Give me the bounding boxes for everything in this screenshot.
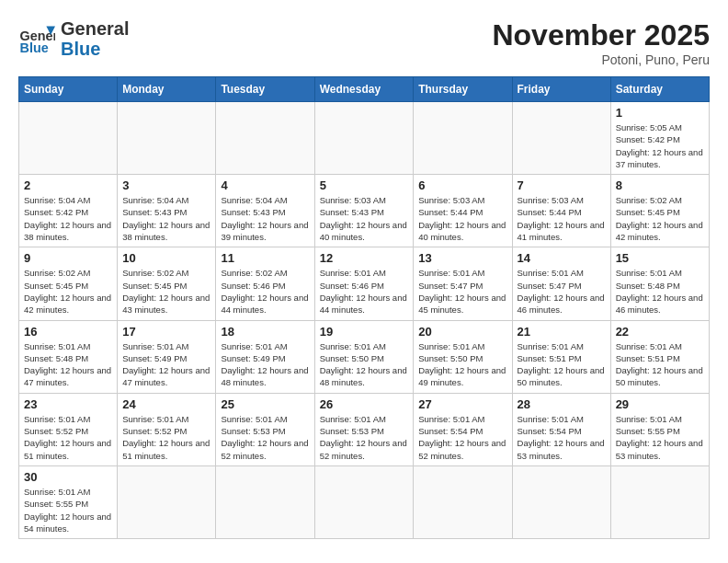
day-number: 17 bbox=[122, 325, 210, 339]
calendar-cell: 29Sunrise: 5:01 AM Sunset: 5:55 PM Dayli… bbox=[610, 393, 709, 465]
calendar-cell: 3Sunrise: 5:04 AM Sunset: 5:43 PM Daylig… bbox=[118, 175, 216, 247]
calendar-cell: 13Sunrise: 5:01 AM Sunset: 5:47 PM Dayli… bbox=[414, 247, 512, 320]
calendar-cell: 25Sunrise: 5:01 AM Sunset: 5:53 PM Dayli… bbox=[216, 393, 314, 465]
day-info: Sunrise: 5:01 AM Sunset: 5:48 PM Dayligh… bbox=[616, 267, 704, 316]
calendar-cell bbox=[414, 465, 512, 538]
calendar-cell bbox=[216, 465, 314, 538]
day-info: Sunrise: 5:03 AM Sunset: 5:43 PM Dayligh… bbox=[320, 194, 409, 243]
calendar-week-row: 16Sunrise: 5:01 AM Sunset: 5:48 PM Dayli… bbox=[19, 320, 710, 393]
calendar-cell: 5Sunrise: 5:03 AM Sunset: 5:43 PM Daylig… bbox=[314, 175, 414, 247]
logo-icon: General Blue bbox=[18, 20, 55, 57]
calendar-cell bbox=[512, 102, 610, 175]
calendar-cell: 10Sunrise: 5:02 AM Sunset: 5:45 PM Dayli… bbox=[118, 247, 216, 320]
day-info: Sunrise: 5:01 AM Sunset: 5:54 PM Dayligh… bbox=[518, 413, 606, 462]
day-info: Sunrise: 5:04 AM Sunset: 5:42 PM Dayligh… bbox=[24, 194, 112, 243]
day-info: Sunrise: 5:01 AM Sunset: 5:52 PM Dayligh… bbox=[122, 413, 210, 462]
calendar-week-row: 2Sunrise: 5:04 AM Sunset: 5:42 PM Daylig… bbox=[19, 175, 710, 247]
day-info: Sunrise: 5:01 AM Sunset: 5:51 PM Dayligh… bbox=[518, 340, 606, 389]
column-header-sunday: Sunday bbox=[19, 77, 118, 102]
day-info: Sunrise: 5:01 AM Sunset: 5:53 PM Dayligh… bbox=[320, 413, 409, 462]
day-number: 25 bbox=[221, 397, 309, 411]
calendar-cell: 12Sunrise: 5:01 AM Sunset: 5:46 PM Dayli… bbox=[314, 247, 414, 320]
day-info: Sunrise: 5:01 AM Sunset: 5:54 PM Dayligh… bbox=[418, 413, 506, 462]
calendar-cell bbox=[512, 465, 610, 538]
logo-general-text: General bbox=[61, 18, 129, 39]
calendar-week-row: 23Sunrise: 5:01 AM Sunset: 5:52 PM Dayli… bbox=[19, 393, 710, 465]
day-number: 30 bbox=[24, 470, 112, 484]
calendar-cell: 28Sunrise: 5:01 AM Sunset: 5:54 PM Dayli… bbox=[512, 393, 610, 465]
calendar-cell: 15Sunrise: 5:01 AM Sunset: 5:48 PM Dayli… bbox=[610, 247, 709, 320]
day-number: 24 bbox=[122, 397, 210, 411]
calendar-cell: 2Sunrise: 5:04 AM Sunset: 5:42 PM Daylig… bbox=[19, 175, 118, 247]
calendar-cell: 23Sunrise: 5:01 AM Sunset: 5:52 PM Dayli… bbox=[19, 393, 118, 465]
calendar-cell bbox=[610, 465, 709, 538]
day-info: Sunrise: 5:01 AM Sunset: 5:55 PM Dayligh… bbox=[24, 486, 112, 534]
column-header-thursday: Thursday bbox=[414, 77, 512, 102]
calendar-cell: 14Sunrise: 5:01 AM Sunset: 5:47 PM Dayli… bbox=[512, 247, 610, 320]
calendar-cell: 26Sunrise: 5:01 AM Sunset: 5:53 PM Dayli… bbox=[314, 393, 414, 465]
day-info: Sunrise: 5:02 AM Sunset: 5:46 PM Dayligh… bbox=[221, 267, 309, 316]
calendar-cell: 30Sunrise: 5:01 AM Sunset: 5:55 PM Dayli… bbox=[19, 465, 118, 538]
day-info: Sunrise: 5:01 AM Sunset: 5:46 PM Dayligh… bbox=[320, 267, 409, 316]
day-info: Sunrise: 5:03 AM Sunset: 5:44 PM Dayligh… bbox=[518, 194, 606, 243]
column-header-wednesday: Wednesday bbox=[314, 77, 414, 102]
day-number: 9 bbox=[24, 251, 112, 265]
day-info: Sunrise: 5:01 AM Sunset: 5:55 PM Dayligh… bbox=[616, 413, 704, 462]
calendar-cell: 27Sunrise: 5:01 AM Sunset: 5:54 PM Dayli… bbox=[414, 393, 512, 465]
calendar-cell: 24Sunrise: 5:01 AM Sunset: 5:52 PM Dayli… bbox=[118, 393, 216, 465]
day-number: 3 bbox=[122, 178, 210, 192]
day-number: 4 bbox=[221, 178, 309, 192]
logo: General Blue General Blue bbox=[18, 18, 129, 59]
day-number: 20 bbox=[418, 325, 506, 339]
logo-blue-text: Blue bbox=[61, 39, 129, 59]
day-number: 15 bbox=[616, 251, 704, 265]
calendar-week-row: 1Sunrise: 5:05 AM Sunset: 5:42 PM Daylig… bbox=[19, 102, 710, 175]
day-info: Sunrise: 5:01 AM Sunset: 5:53 PM Dayligh… bbox=[221, 413, 309, 462]
day-number: 5 bbox=[320, 178, 409, 192]
title-block: November 2025 Potoni, Puno, Peru bbox=[492, 18, 710, 67]
calendar-cell: 17Sunrise: 5:01 AM Sunset: 5:49 PM Dayli… bbox=[118, 320, 216, 393]
day-info: Sunrise: 5:01 AM Sunset: 5:49 PM Dayligh… bbox=[221, 340, 309, 389]
calendar-cell: 8Sunrise: 5:02 AM Sunset: 5:45 PM Daylig… bbox=[610, 175, 709, 247]
day-number: 2 bbox=[24, 178, 112, 192]
column-header-tuesday: Tuesday bbox=[216, 77, 314, 102]
day-info: Sunrise: 5:01 AM Sunset: 5:51 PM Dayligh… bbox=[616, 340, 704, 389]
day-number: 16 bbox=[24, 325, 112, 339]
day-info: Sunrise: 5:03 AM Sunset: 5:44 PM Dayligh… bbox=[418, 194, 506, 243]
day-number: 23 bbox=[24, 397, 112, 411]
calendar-cell bbox=[216, 102, 314, 175]
calendar-cell: 11Sunrise: 5:02 AM Sunset: 5:46 PM Dayli… bbox=[216, 247, 314, 320]
calendar-cell: 19Sunrise: 5:01 AM Sunset: 5:50 PM Dayli… bbox=[314, 320, 414, 393]
day-info: Sunrise: 5:01 AM Sunset: 5:47 PM Dayligh… bbox=[518, 267, 606, 316]
day-info: Sunrise: 5:02 AM Sunset: 5:45 PM Dayligh… bbox=[24, 267, 112, 316]
calendar-cell bbox=[118, 102, 216, 175]
day-number: 22 bbox=[616, 325, 704, 339]
calendar-cell bbox=[414, 102, 512, 175]
page-header: General Blue General Blue November 2025 … bbox=[18, 18, 710, 67]
day-number: 7 bbox=[518, 178, 606, 192]
day-info: Sunrise: 5:04 AM Sunset: 5:43 PM Dayligh… bbox=[221, 194, 309, 243]
day-info: Sunrise: 5:02 AM Sunset: 5:45 PM Dayligh… bbox=[616, 194, 704, 243]
day-number: 14 bbox=[518, 251, 606, 265]
day-number: 19 bbox=[320, 325, 409, 339]
calendar-cell: 7Sunrise: 5:03 AM Sunset: 5:44 PM Daylig… bbox=[512, 175, 610, 247]
day-info: Sunrise: 5:01 AM Sunset: 5:50 PM Dayligh… bbox=[418, 340, 506, 389]
calendar-header-row: SundayMondayTuesdayWednesdayThursdayFrid… bbox=[19, 77, 710, 102]
calendar-cell: 22Sunrise: 5:01 AM Sunset: 5:51 PM Dayli… bbox=[610, 320, 709, 393]
calendar-week-row: 30Sunrise: 5:01 AM Sunset: 5:55 PM Dayli… bbox=[19, 465, 710, 538]
calendar-week-row: 9Sunrise: 5:02 AM Sunset: 5:45 PM Daylig… bbox=[19, 247, 710, 320]
day-info: Sunrise: 5:04 AM Sunset: 5:43 PM Dayligh… bbox=[122, 194, 210, 243]
day-number: 18 bbox=[221, 325, 309, 339]
day-number: 8 bbox=[616, 178, 704, 192]
calendar-cell: 6Sunrise: 5:03 AM Sunset: 5:44 PM Daylig… bbox=[414, 175, 512, 247]
day-info: Sunrise: 5:01 AM Sunset: 5:52 PM Dayligh… bbox=[24, 413, 112, 462]
day-number: 11 bbox=[221, 251, 309, 265]
day-number: 21 bbox=[518, 325, 606, 339]
day-number: 27 bbox=[418, 397, 506, 411]
day-number: 29 bbox=[616, 397, 704, 411]
day-number: 1 bbox=[616, 106, 704, 120]
location-subtitle: Potoni, Puno, Peru bbox=[492, 52, 710, 67]
day-info: Sunrise: 5:01 AM Sunset: 5:49 PM Dayligh… bbox=[122, 340, 210, 389]
calendar-cell: 4Sunrise: 5:04 AM Sunset: 5:43 PM Daylig… bbox=[216, 175, 314, 247]
day-info: Sunrise: 5:02 AM Sunset: 5:45 PM Dayligh… bbox=[122, 267, 210, 316]
